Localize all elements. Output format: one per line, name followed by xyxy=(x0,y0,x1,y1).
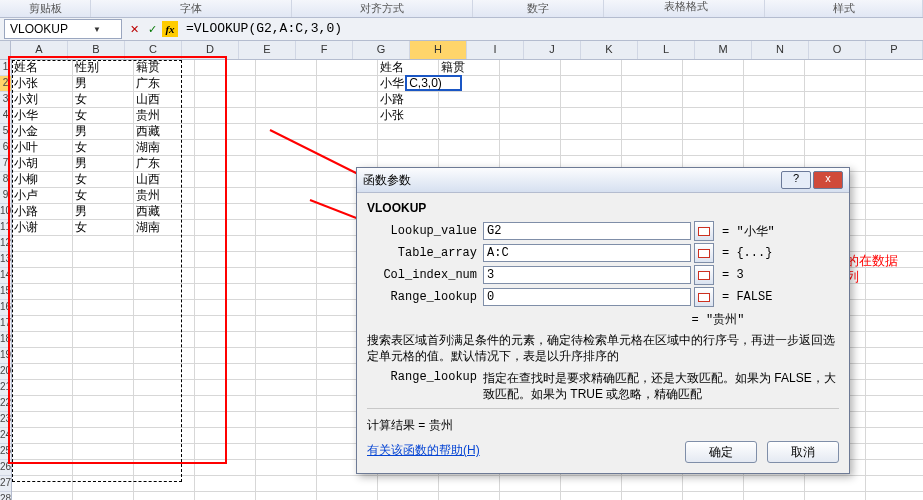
accept-formula-icon[interactable]: ✓ xyxy=(144,21,160,37)
cell[interactable] xyxy=(439,108,500,124)
cell[interactable] xyxy=(683,92,744,108)
cell[interactable] xyxy=(256,204,317,220)
cell[interactable] xyxy=(195,348,256,364)
cell[interactable] xyxy=(12,284,73,300)
cell[interactable] xyxy=(73,332,134,348)
cell[interactable] xyxy=(866,172,923,188)
cell[interactable] xyxy=(500,92,561,108)
cell[interactable] xyxy=(866,156,923,172)
param-input[interactable] xyxy=(483,222,691,240)
cell[interactable] xyxy=(73,252,134,268)
cell[interactable] xyxy=(622,124,683,140)
cell[interactable] xyxy=(866,364,923,380)
row-header[interactable]: 15 xyxy=(0,284,11,300)
cell[interactable] xyxy=(805,92,866,108)
cell[interactable] xyxy=(256,364,317,380)
column-header[interactable]: O xyxy=(809,41,866,59)
ok-button[interactable]: 确定 xyxy=(685,441,757,463)
cell[interactable] xyxy=(195,92,256,108)
cell[interactable] xyxy=(195,300,256,316)
cell[interactable] xyxy=(256,428,317,444)
cell[interactable] xyxy=(134,380,195,396)
cell[interactable] xyxy=(500,60,561,76)
cell[interactable] xyxy=(439,92,500,108)
cell[interactable] xyxy=(195,220,256,236)
cell[interactable] xyxy=(683,492,744,500)
cell[interactable] xyxy=(866,268,923,284)
cell[interactable]: 小谢 xyxy=(12,220,73,236)
cell[interactable] xyxy=(866,412,923,428)
cell[interactable] xyxy=(866,428,923,444)
row-header[interactable]: 8 xyxy=(0,172,11,188)
column-header[interactable]: F xyxy=(296,41,353,59)
column-header[interactable]: L xyxy=(638,41,695,59)
column-header[interactable]: K xyxy=(581,41,638,59)
cell[interactable] xyxy=(683,476,744,492)
cell[interactable]: 女 xyxy=(73,220,134,236)
cell[interactable] xyxy=(744,76,805,92)
column-header[interactable]: E xyxy=(239,41,296,59)
cell[interactable]: 男 xyxy=(73,124,134,140)
cell[interactable] xyxy=(134,348,195,364)
row-header[interactable]: 18 xyxy=(0,332,11,348)
cell[interactable]: 女 xyxy=(73,108,134,124)
cell[interactable] xyxy=(744,108,805,124)
cell[interactable] xyxy=(439,476,500,492)
column-header[interactable]: N xyxy=(752,41,809,59)
cell[interactable] xyxy=(805,60,866,76)
row-header[interactable]: 27 xyxy=(0,476,11,492)
cell[interactable] xyxy=(500,492,561,500)
cell[interactable] xyxy=(195,252,256,268)
row-header[interactable]: 25 xyxy=(0,444,11,460)
cell[interactable] xyxy=(866,444,923,460)
cell[interactable] xyxy=(195,60,256,76)
cell[interactable] xyxy=(744,60,805,76)
select-all-corner[interactable] xyxy=(0,41,11,59)
cell[interactable] xyxy=(561,60,622,76)
cell[interactable] xyxy=(317,476,378,492)
cell[interactable] xyxy=(439,124,500,140)
cell[interactable]: 广东 xyxy=(134,76,195,92)
cell[interactable] xyxy=(317,492,378,500)
cell[interactable] xyxy=(12,348,73,364)
cell[interactable] xyxy=(12,396,73,412)
cell[interactable] xyxy=(256,140,317,156)
row-header[interactable]: 21 xyxy=(0,380,11,396)
cell[interactable] xyxy=(866,76,923,92)
cell[interactable] xyxy=(256,220,317,236)
cell[interactable]: 小金 xyxy=(12,124,73,140)
cell[interactable] xyxy=(73,300,134,316)
cell[interactable] xyxy=(256,124,317,140)
cell[interactable] xyxy=(195,236,256,252)
column-header[interactable]: B xyxy=(68,41,125,59)
cell[interactable] xyxy=(12,268,73,284)
cell[interactable] xyxy=(256,236,317,252)
cell[interactable] xyxy=(195,172,256,188)
function-help-link[interactable]: 有关该函数的帮助(H) xyxy=(367,443,480,457)
cell[interactable] xyxy=(12,380,73,396)
cell[interactable]: 姓名 xyxy=(378,60,439,76)
range-selector-button[interactable] xyxy=(694,265,714,285)
dialog-titlebar[interactable]: 函数参数 ? x xyxy=(357,168,849,193)
cell[interactable] xyxy=(317,108,378,124)
cell[interactable] xyxy=(866,204,923,220)
cell[interactable] xyxy=(134,428,195,444)
cell[interactable] xyxy=(561,140,622,156)
cell[interactable] xyxy=(500,76,561,92)
cell[interactable] xyxy=(805,76,866,92)
row-header[interactable]: 22 xyxy=(0,396,11,412)
cell[interactable] xyxy=(256,156,317,172)
cell[interactable]: 男 xyxy=(73,76,134,92)
cell[interactable] xyxy=(805,492,866,500)
row-header[interactable]: 12 xyxy=(0,236,11,252)
cell[interactable] xyxy=(73,364,134,380)
cell[interactable] xyxy=(866,316,923,332)
cell[interactable] xyxy=(12,236,73,252)
cell[interactable] xyxy=(195,284,256,300)
cell[interactable]: 西藏 xyxy=(134,124,195,140)
cell[interactable] xyxy=(378,124,439,140)
cell[interactable] xyxy=(73,236,134,252)
cell[interactable] xyxy=(866,108,923,124)
row-header[interactable]: 20 xyxy=(0,364,11,380)
column-header[interactable]: P xyxy=(866,41,923,59)
